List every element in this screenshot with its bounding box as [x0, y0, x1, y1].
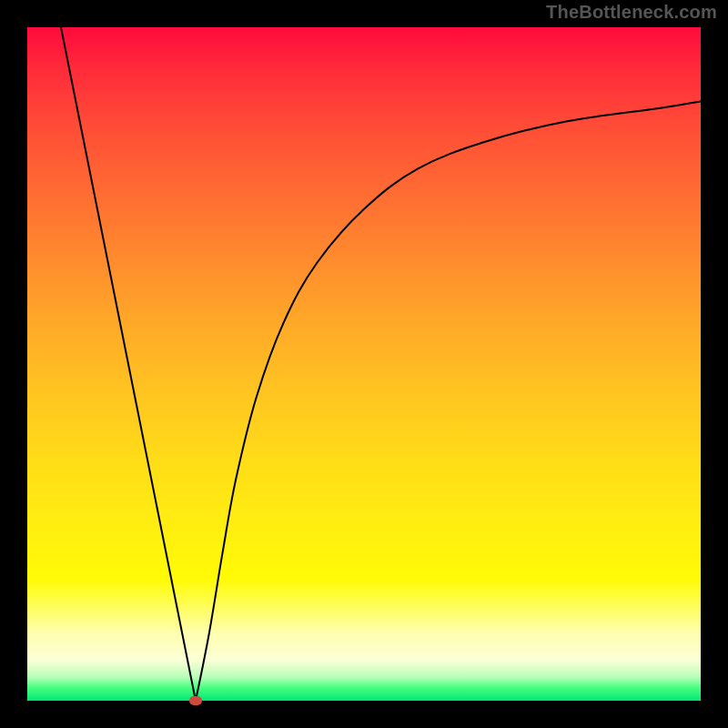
- watermark-text: TheBottleneck.com: [546, 2, 717, 23]
- curve-path: [61, 27, 701, 701]
- plot-area: [27, 27, 701, 701]
- bottleneck-curve: [27, 27, 701, 701]
- minimum-marker: [189, 696, 202, 705]
- chart-frame: TheBottleneck.com: [0, 0, 728, 728]
